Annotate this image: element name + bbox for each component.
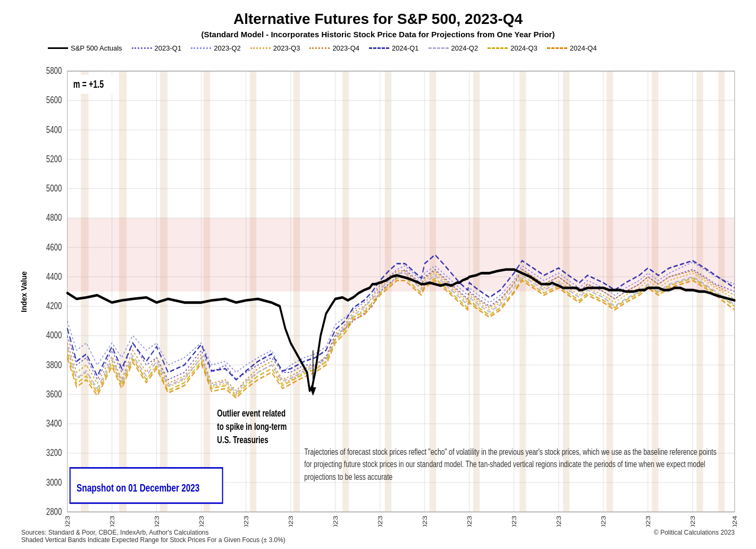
svg-text:22-Sep-2023: 22-Sep-2023 [64, 515, 71, 527]
legend-line-2023q4 [309, 47, 330, 49]
legend-label-2024q1: 2024-Q1 [392, 44, 419, 52]
svg-text:4600: 4600 [46, 242, 62, 252]
legend-line-2023q2 [191, 47, 211, 49]
svg-text:29-Dec-2023: 29-Dec-2023 [690, 515, 696, 527]
svg-text:3600: 3600 [46, 389, 62, 399]
legend-2024q2: 2024-Q2 [429, 44, 478, 52]
legend-line-actuals [48, 47, 68, 49]
legend-label-2023q1: 2023-Q1 [155, 44, 182, 52]
legend-line-2023q1 [132, 47, 152, 49]
svg-text:5400: 5400 [46, 124, 62, 135]
svg-text:15-Dec-2023: 15-Dec-2023 [600, 515, 607, 527]
page-title: Alternative Futures for S&P 500, 2023-Q4 [233, 11, 523, 28]
footer-copyright: © Political Calculations 2023 [654, 529, 735, 544]
svg-text:5000: 5000 [46, 183, 62, 193]
svg-text:U.S. Treasuries: U.S. Treasuries [217, 435, 268, 445]
legend-label-2023q2: 2023-Q2 [214, 44, 241, 52]
svg-text:5600: 5600 [46, 95, 62, 105]
legend-label-actuals: S&P 500 Actuals [71, 44, 122, 52]
svg-text:4400: 4400 [46, 271, 62, 281]
svg-text:3400: 3400 [46, 418, 62, 428]
svg-text:17-Nov-2023: 17-Nov-2023 [422, 515, 429, 527]
svg-text:3200: 3200 [46, 447, 62, 457]
legend-label-2023q3: 2023-Q3 [273, 44, 300, 52]
svg-text:1-Dec-2023: 1-Dec-2023 [511, 515, 518, 527]
svg-text:4000: 4000 [46, 330, 62, 340]
svg-text:4800: 4800 [46, 212, 62, 222]
chart-svg: 5800 5600 5400 5200 5000 4800 4600 4400 … [32, 56, 740, 527]
svg-text:20-Oct-2023: 20-Oct-2023 [243, 515, 250, 527]
legend-2024q4: 2024-Q4 [547, 44, 597, 52]
chart-container: Index Value [16, 56, 740, 527]
svg-text:Snapshot on 01 December 2023: Snapshot on 01 December 2023 [77, 481, 199, 494]
legend-label-2024q2: 2024-Q2 [451, 44, 478, 52]
svg-text:24-Nov-2023: 24-Nov-2023 [466, 515, 473, 527]
svg-text:m = +1.5: m = +1.5 [73, 79, 104, 90]
svg-text:5800: 5800 [46, 65, 62, 76]
chart-footer: Sources: Standard & Poor, CBOE, IndexArb… [16, 529, 740, 544]
y-axis-label: Index Value [16, 56, 32, 527]
svg-text:3-Nov-2023: 3-Nov-2023 [332, 515, 339, 527]
svg-text:3000: 3000 [46, 477, 62, 487]
footer-shading-note: Shaded Vertical Bands Indicate Expected … [21, 536, 285, 544]
svg-text:2800: 2800 [46, 506, 62, 517]
legend-line-2023q3 [250, 47, 271, 49]
svg-text:22-Dec-2023: 22-Dec-2023 [645, 515, 652, 527]
legend-line-2024q4 [547, 47, 567, 49]
legend-label-2024q3: 2024-Q3 [510, 44, 537, 52]
legend-2023q3: 2023-Q3 [250, 44, 300, 52]
legend-2023q2: 2023-Q2 [191, 44, 241, 52]
legend-2024q3: 2024-Q3 [488, 44, 537, 52]
svg-text:13-Oct-2023: 13-Oct-2023 [198, 515, 205, 527]
legend-label-2024q4: 2024-Q4 [570, 44, 597, 52]
footer-sources: Sources: Standard & Poor, CBOE, IndexArb… [21, 529, 285, 536]
svg-text:Outlier event related: Outlier event related [217, 408, 285, 418]
legend-label-2023q4: 2023-Q4 [332, 44, 359, 52]
svg-text:5200: 5200 [46, 154, 62, 164]
chart-inner: 5800 5600 5400 5200 5000 4800 4600 4400 … [32, 56, 740, 527]
legend-line-2024q3 [488, 47, 508, 49]
svg-text:8-Dec-2023: 8-Dec-2023 [556, 515, 562, 527]
chart-legend: S&P 500 Actuals 2023-Q1 2023-Q2 2023-Q3 … [16, 44, 740, 52]
svg-text:29-Sep-2023: 29-Sep-2023 [109, 515, 116, 527]
svg-text:4200: 4200 [46, 301, 62, 311]
chart-svg-area: 5800 5600 5400 5200 5000 4800 4600 4400 … [32, 56, 740, 527]
legend-2024q1: 2024-Q1 [369, 44, 419, 52]
legend-2023q4: 2023-Q4 [309, 44, 359, 52]
legend-actuals: S&P 500 Actuals [48, 44, 122, 52]
svg-text:to spike in long-term: to spike in long-term [217, 421, 287, 431]
svg-text:5-Jan-2024: 5-Jan-2024 [732, 515, 738, 527]
legend-line-2024q1 [369, 47, 389, 49]
legend-line-2024q2 [429, 47, 449, 49]
svg-text:3800: 3800 [46, 360, 62, 370]
legend-2023q1: 2023-Q1 [132, 44, 182, 52]
page-subtitle: (Standard Model - Incorporates Historic … [201, 30, 555, 39]
footer-left: Sources: Standard & Poor, CBOE, IndexArb… [21, 529, 285, 544]
svg-text:10-Nov-2023: 10-Nov-2023 [377, 515, 384, 527]
svg-text:6-Oct-2023: 6-Oct-2023 [154, 515, 161, 527]
svg-text:27-Oct-2023: 27-Oct-2023 [288, 515, 295, 527]
